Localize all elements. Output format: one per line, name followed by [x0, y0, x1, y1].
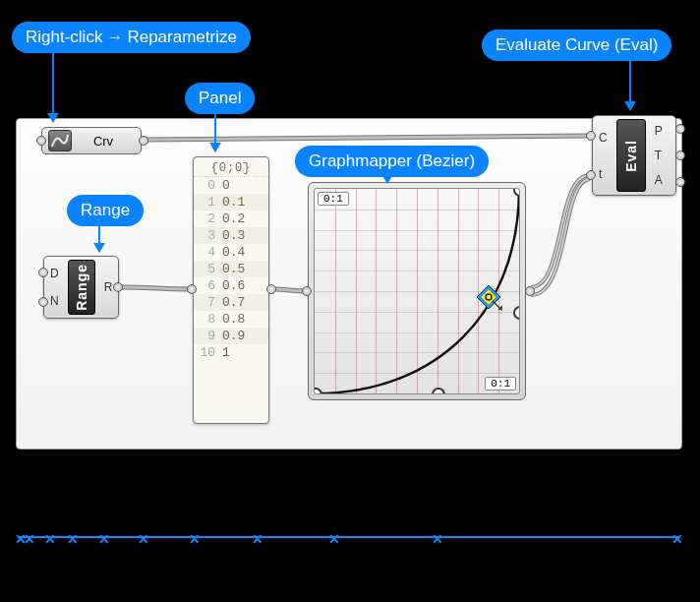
crv-in-grip[interactable] [36, 136, 46, 146]
range-title: Range [74, 264, 89, 311]
label-eval: Evaluate Curve (Eval) [482, 30, 671, 61]
crv-out-grip[interactable] [139, 136, 148, 146]
result-point: ✕ [138, 531, 149, 547]
range-node[interactable]: D N Range R [43, 256, 119, 319]
bezier-handle[interactable] [432, 388, 445, 394]
label-gm: Graphmapper (Bezier) [295, 146, 489, 177]
result-point: ✕ [189, 531, 201, 547]
arrow-panel [214, 112, 216, 151]
grip-P[interactable] [675, 124, 685, 134]
port-N[interactable]: N [50, 291, 59, 311]
port-R[interactable]: R [104, 277, 113, 297]
label-range: Range [67, 195, 144, 226]
arrow-glyph: → [106, 28, 123, 46]
result-point: ✕ [24, 531, 35, 547]
arrow-reparam [52, 51, 54, 122]
graphmapper-node[interactable]: 0:1 0:1 [308, 182, 526, 400]
crv-node[interactable]: Crv [41, 127, 142, 154]
port-D[interactable]: D [50, 264, 59, 283]
grip-Tout[interactable] [675, 150, 685, 160]
result-point: ✕ [67, 531, 79, 547]
reparametrize-icon [48, 130, 72, 151]
gm-in-grip[interactable] [302, 286, 312, 296]
label-reparam: Right-click→Reparametrize [12, 22, 251, 53]
eval-title: Eval [623, 140, 639, 172]
eval-node[interactable]: C t Eval P T A [592, 115, 676, 194]
panel-header: {0;0} [194, 157, 268, 177]
result-point: ✕ [671, 531, 683, 547]
port-T[interactable]: T [655, 146, 663, 165]
crv-label: Crv [76, 134, 141, 149]
port-C[interactable]: C [599, 128, 608, 148]
panel-row: 70.7 [194, 294, 268, 311]
range-title-slab: Range [68, 260, 95, 315]
panel-row: 60.6 [194, 277, 268, 294]
grip-R[interactable] [113, 282, 123, 292]
panel-rows: 0010.120.230.340.450.560.670.780.890.910… [194, 177, 268, 361]
result-point: ✕ [328, 531, 340, 547]
gm-out-grip[interactable] [525, 286, 535, 296]
panel-row: 101 [194, 344, 268, 361]
grip-N[interactable] [38, 297, 48, 307]
panel-row: 20.2 [194, 211, 268, 227]
port-P[interactable]: P [655, 121, 663, 141]
grip-t[interactable] [586, 170, 596, 180]
result-line [20, 536, 680, 538]
eval-out-ports: P T A [649, 116, 669, 195]
range-in-ports: D N [44, 257, 65, 318]
result-point: ✕ [432, 531, 443, 547]
result-point: ✕ [98, 531, 110, 547]
panel-row: 80.8 [194, 311, 268, 328]
panel-row: 30.3 [194, 227, 268, 244]
eval-in-ports: C t [593, 116, 613, 195]
txt: Right-click [26, 28, 102, 46]
txt2: Reparametrize [127, 28, 237, 46]
port-t[interactable]: t [599, 164, 608, 184]
bezier-handle[interactable] [513, 306, 520, 320]
panel-row: 40.4 [194, 244, 268, 261]
grip-C[interactable] [586, 131, 596, 141]
arrow-range [98, 224, 100, 252]
arrow-eval [629, 59, 631, 110]
label-panel: Panel [185, 83, 255, 114]
port-A[interactable]: A [655, 170, 663, 190]
panel-out-grip[interactable] [266, 284, 276, 294]
result-point: ✕ [44, 531, 56, 547]
panel-row: 90.9 [194, 328, 268, 344]
panel-row: 50.5 [194, 261, 268, 277]
graphmapper-canvas[interactable]: 0:1 0:1 [314, 188, 520, 394]
panel-row: 10.1 [194, 194, 268, 211]
panel-node[interactable]: {0;0} 0010.120.230.340.450.560.670.780.8… [193, 156, 269, 424]
grip-D[interactable] [38, 268, 48, 277]
result-point: ✕ [252, 531, 263, 547]
panel-row: 00 [194, 177, 268, 194]
panel-in-grip[interactable] [187, 284, 197, 294]
grip-A[interactable] [675, 177, 685, 187]
eval-title-slab: Eval [616, 119, 646, 192]
